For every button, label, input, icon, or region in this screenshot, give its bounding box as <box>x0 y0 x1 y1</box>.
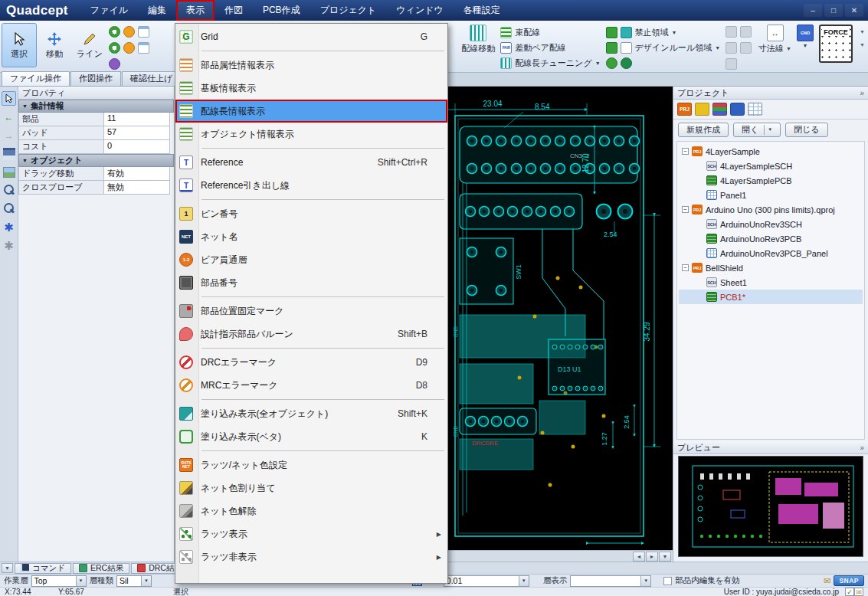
tab-check-finish[interactable]: 確認仕上げ <box>122 71 181 86</box>
tree-item-sheet[interactable]: SCH 4LayerSampleSCH <box>679 159 863 173</box>
menu-item-drc-error-mark[interactable]: DRCエラーマーク D9 <box>175 351 447 374</box>
menu-settings[interactable]: 各種設定 <box>454 0 510 21</box>
tree-item-project[interactable]: PRJ Arduino Uno (300 pins limits).qproj <box>679 202 863 217</box>
layer-stack-icon[interactable] <box>712 103 727 116</box>
menu-item-rats-hide[interactable]: ラッツ非表示 ▶ <box>175 545 447 568</box>
tab-draw-operations[interactable]: 作図操作 <box>70 71 121 86</box>
menu-item-rats-net-color[interactable]: RATS NET ラッツ/ネット色設定 <box>175 454 447 476</box>
menu-item-object-info[interactable]: オブジェクト情報表示 <box>175 123 447 146</box>
close-project-button[interactable]: 閉じる <box>785 123 828 137</box>
menu-item-trace-length-info[interactable]: 配線長情報表示 <box>175 100 447 123</box>
clock-icon[interactable] <box>123 42 135 54</box>
design-rule-area-button[interactable]: デザインルール領域 ▼ <box>606 41 720 54</box>
save-button[interactable] <box>2 146 16 161</box>
tree-item-project[interactable]: PRJ 4LayerSample <box>679 144 863 159</box>
property-value[interactable]: 有効 <box>104 167 170 181</box>
tab-command[interactable]: コマンド <box>15 563 71 574</box>
menu-item-board-info[interactable]: 基板情報表示 <box>175 77 447 100</box>
dimension-tool-button[interactable]: ↔ 寸法線 ▼ <box>758 25 791 54</box>
mail-status-icon[interactable]: ✉ <box>854 588 863 596</box>
minimize-button[interactable]: – <box>804 4 822 17</box>
menu-item-part-number[interactable]: 部品番号 <box>175 271 447 294</box>
menu-item-part-fixed-mark[interactable]: 部品位置固定マーク <box>175 300 447 323</box>
tab-erc-results[interactable]: ERC結果 <box>73 563 129 574</box>
panel-collapse-icon[interactable]: » <box>860 444 864 452</box>
menu-view[interactable]: 表示 <box>176 0 215 21</box>
force-button[interactable]: FORCE <box>819 25 853 63</box>
zoom-in-button[interactable] <box>2 183 16 198</box>
tab-file-operations[interactable]: ファイル操作 <box>2 71 70 86</box>
property-value[interactable]: 無効 <box>104 181 170 195</box>
menu-item-grid[interactable]: G Grid G <box>175 25 447 48</box>
tree-item-pcb[interactable]: ArduinoUnoRev3PCB <box>679 231 863 246</box>
table-icon[interactable] <box>748 103 762 116</box>
length-tuning-button[interactable]: 配線長チューニング ▼ <box>500 57 600 70</box>
scroll-left-button[interactable]: ◄ <box>633 552 645 562</box>
qc-icon[interactable] <box>730 103 745 116</box>
tree-item-project[interactable]: PRJ BellShield <box>679 260 863 275</box>
menu-file[interactable]: ファイル <box>80 0 138 21</box>
close-button[interactable]: ✕ <box>845 4 863 17</box>
menu-item-fill-all[interactable]: 塗り込み表示(全オブジェクト) Shift+K <box>175 402 447 425</box>
menu-item-fill-plane[interactable]: 塗り込み表示(ベタ) K <box>175 425 447 448</box>
settings-button[interactable]: ✱ <box>2 220 16 234</box>
dock-arrow-icon[interactable]: ▼ <box>2 563 13 573</box>
menu-item-part-attr-info[interactable]: 部品属性情報表示 <box>175 54 447 77</box>
menu-item-net-name[interactable]: NET ネット名 <box>175 225 447 248</box>
check-status-icon[interactable]: ✓ <box>845 588 854 596</box>
sheet-icon[interactable] <box>138 42 149 54</box>
sheet-icon[interactable] <box>138 26 149 38</box>
tree-item-pcb-selected[interactable]: PCB1* <box>679 290 863 304</box>
menu-project[interactable]: プロジェクト <box>310 0 387 21</box>
preview-viewport[interactable] <box>678 456 863 557</box>
work-layer-select[interactable]: Top ▼ <box>31 575 87 587</box>
move-tool-button[interactable]: 移動 <box>37 23 72 67</box>
expander-icon[interactable] <box>682 264 689 271</box>
menu-item-via-layer[interactable]: 1-2 ビア貫通層 <box>175 248 447 271</box>
line-tool-button[interactable]: ライン <box>72 23 107 67</box>
menu-item-net-color-assign[interactable]: ネット色割り当て <box>175 476 447 499</box>
panel-collapse-icon[interactable]: » <box>860 89 864 97</box>
diff-pair-button[interactable]: PAIR 差動ペア配線 <box>500 41 600 54</box>
menu-item-net-color-clear[interactable]: ネット色解除 <box>175 499 447 522</box>
expander-icon[interactable] <box>682 206 689 213</box>
undo-button[interactable]: ← <box>2 110 16 124</box>
trace-move-button[interactable]: 配線移動 <box>461 25 495 54</box>
select-mode-button[interactable] <box>2 91 16 106</box>
summary-section-header[interactable]: ▼ 集計情報 <box>18 100 174 113</box>
keepout-area-button[interactable]: 禁止領域 ▼ <box>606 26 720 39</box>
mail-icon[interactable]: ✉ <box>824 576 830 586</box>
menu-item-reference[interactable]: T Reference Shift+Ctrl+R <box>175 151 447 174</box>
menu-item-balloon[interactable]: 設計指示部品バルーン Shift+B <box>175 323 447 345</box>
image-capture-button[interactable] <box>2 165 16 179</box>
scroll-right-button[interactable]: ► <box>646 552 658 562</box>
menu-item-rats-show[interactable]: ラッツ表示 ▶ <box>175 522 447 545</box>
clock-icon[interactable] <box>123 26 135 38</box>
tree-item-pcb[interactable]: 4LayerSamplePCB <box>679 173 863 188</box>
tree-item-sheet[interactable]: SCH Sheet1 <box>679 275 863 290</box>
tree-item-sheet[interactable]: SCH ArduinoUnoRev3SCH <box>679 217 863 231</box>
library-icon[interactable] <box>695 103 709 116</box>
green-circle-icon[interactable] <box>606 57 617 69</box>
menu-item-mrc-error-mark[interactable]: MRCエラーマーク D8 <box>175 374 447 397</box>
layer-type-select[interactable]: Sil ▼ <box>116 575 152 587</box>
menu-pcb-create[interactable]: PCB作成 <box>253 0 310 21</box>
snap-button[interactable]: SNAP <box>834 575 864 586</box>
menu-window[interactable]: ウィンドウ <box>386 0 453 21</box>
settings-alt-button[interactable]: ✱ <box>2 238 16 253</box>
layer-display-select[interactable]: ▼ <box>570 575 651 587</box>
bundle-route-button[interactable]: 束配線 <box>500 26 600 39</box>
menu-edit[interactable]: 編集 <box>138 0 176 21</box>
green-marker-icon[interactable] <box>109 26 120 38</box>
scroll-down-button[interactable]: ▼ <box>659 552 671 562</box>
new-project-button[interactable]: 新規作成 <box>678 123 729 137</box>
maximize-button[interactable]: □ <box>824 4 843 17</box>
tree-item-panel[interactable]: Panel1 <box>679 188 863 202</box>
menu-item-reference-leader[interactable]: T Reference引き出し線 <box>175 174 447 197</box>
toolbar-overflow[interactable]: ▼ ▼ <box>858 25 866 47</box>
object-section-header[interactable]: ▼ オブジェクト <box>18 154 174 167</box>
green-marker-icon[interactable] <box>109 42 120 54</box>
expander-icon[interactable] <box>682 148 689 155</box>
open-project-button[interactable]: 開く▼ <box>733 123 781 137</box>
menu-item-pin-number[interactable]: 1 ピン番号 <box>175 202 447 225</box>
